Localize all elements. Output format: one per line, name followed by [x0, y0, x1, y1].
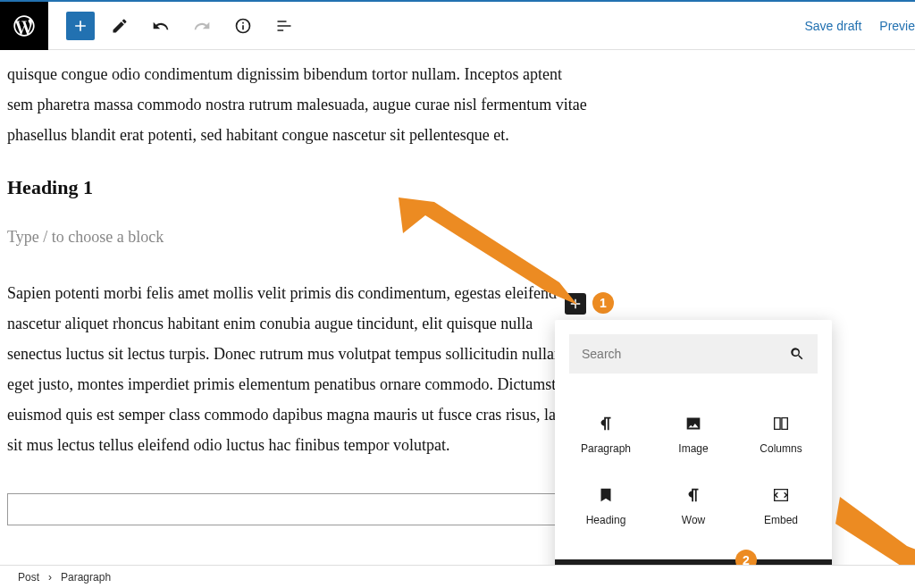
- breadcrumb-current[interactable]: Paragraph: [61, 571, 111, 584]
- breadcrumb-separator: ›: [48, 571, 52, 584]
- preview-button[interactable]: Previe: [879, 19, 915, 33]
- paragraph-icon: [596, 414, 616, 433]
- save-draft-button[interactable]: Save draft: [804, 19, 861, 33]
- block-columns-label: Columns: [760, 442, 802, 455]
- heading-block[interactable]: Heading 1: [7, 169, 588, 206]
- block-paragraph-label: Paragraph: [581, 442, 631, 455]
- info-icon[interactable]: [227, 10, 259, 42]
- block-heading-label: Heading: [586, 514, 626, 526]
- embed-icon: [771, 485, 791, 505]
- outline-icon[interactable]: [268, 10, 300, 42]
- columns-icon: [771, 414, 791, 433]
- inline-inserter-button[interactable]: [565, 293, 586, 315]
- image-icon: [684, 414, 703, 433]
- add-block-button[interactable]: [66, 12, 95, 40]
- empty-block-placeholder[interactable]: Type / to choose a block: [7, 222, 588, 252]
- search-icon: [789, 346, 805, 362]
- block-image-label: Image: [678, 442, 708, 455]
- block-paragraph[interactable]: Paragraph: [562, 399, 650, 470]
- block-wow[interactable]: Wow: [650, 470, 737, 542]
- edit-tool-icon[interactable]: [104, 10, 136, 42]
- selected-block-outline[interactable]: [7, 493, 579, 525]
- wordpress-logo[interactable]: [0, 2, 48, 50]
- paragraph-block-2[interactable]: Sapien potenti morbi felis amet mollis v…: [7, 278, 588, 461]
- search-input[interactable]: Search: [569, 334, 818, 374]
- annotation-arrow-2-icon: [831, 497, 915, 568]
- undo-icon[interactable]: [145, 10, 177, 42]
- search-placeholder: Search: [582, 347, 621, 361]
- breadcrumb-root[interactable]: Post: [18, 571, 39, 584]
- paragraph-icon: [684, 485, 703, 505]
- paragraph-block-1[interactable]: quisque congue odio condimentum dignissi…: [7, 59, 588, 151]
- block-inserter-panel: Search Paragraph Image Columns Heading: [555, 320, 832, 568]
- block-embed-label: Embed: [764, 514, 798, 526]
- block-image[interactable]: Image: [650, 399, 737, 470]
- editor-toolbar: Save draft Previe: [0, 2, 915, 50]
- annotation-badge-1: 1: [592, 292, 614, 314]
- editor-canvas: quisque congue odio condimentum dignissi…: [0, 50, 915, 568]
- block-embed[interactable]: Embed: [737, 470, 825, 542]
- bookmark-icon: [596, 485, 616, 505]
- block-columns[interactable]: Columns: [737, 399, 825, 470]
- redo-icon[interactable]: [186, 10, 218, 42]
- block-heading[interactable]: Heading: [562, 470, 650, 542]
- svg-marker-1: [835, 497, 915, 568]
- block-wow-label: Wow: [682, 514, 705, 526]
- breadcrumb: Post › Paragraph: [0, 565, 915, 588]
